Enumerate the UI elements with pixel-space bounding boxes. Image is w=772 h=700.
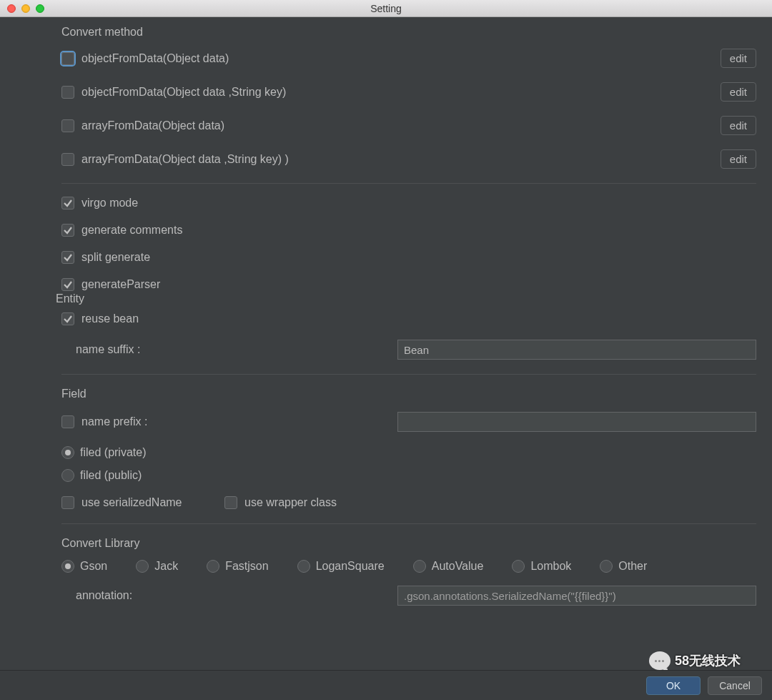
radio-jack[interactable] [136, 560, 149, 573]
library-radio-group: Gson Jack Fastjson LoganSquare AutoValue… [61, 560, 756, 573]
watermark: 58无线技术 [649, 651, 741, 670]
radio-label: Gson [80, 560, 107, 573]
checkbox-label: split generate [81, 251, 150, 264]
radio-autovalue[interactable] [413, 560, 426, 573]
edit-button[interactable]: edit [721, 116, 756, 135]
name-prefix-label: name prefix : [81, 415, 397, 428]
radio-label: filed (private) [80, 446, 146, 459]
radio-lombok[interactable] [512, 560, 525, 573]
titlebar: Setting [0, 0, 772, 17]
cancel-button[interactable]: Cancel [708, 676, 762, 695]
edit-button[interactable]: edit [721, 49, 756, 68]
checkbox-label: virgo mode [81, 197, 138, 209]
radio-label: Fastjson [225, 560, 268, 573]
annotation-label: annotation: [61, 589, 397, 602]
radio-label: Other [618, 560, 647, 573]
checkbox-use-serialized-name[interactable] [61, 496, 74, 509]
checkbox-label: use serializedName [81, 496, 224, 509]
radio-logansquare[interactable] [297, 560, 310, 573]
checkbox-name-prefix[interactable] [61, 415, 74, 428]
radio-label: LoganSquare [316, 560, 385, 573]
dialog-button-bar: OK Cancel [0, 670, 772, 700]
checkbox-label: arrayFromData(Object data) [81, 119, 224, 132]
radio-field-private[interactable] [61, 446, 74, 459]
radio-gson[interactable] [61, 560, 74, 573]
radio-label: AutoValue [432, 560, 484, 573]
checkbox-split-generate[interactable] [61, 251, 74, 264]
annotation-input[interactable] [397, 586, 756, 606]
entity-label: Entity [56, 292, 756, 305]
checkbox-label: objectFromData(Object data) [81, 52, 229, 65]
checkbox-generate-comments[interactable] [61, 224, 74, 237]
separator [61, 523, 756, 524]
checkbox-array-from-data-key[interactable] [61, 153, 74, 166]
checkbox-virgo-mode[interactable] [61, 197, 74, 209]
radio-label: Lombok [530, 560, 571, 573]
radio-label: Jack [154, 560, 178, 573]
radio-fastjson[interactable] [207, 560, 219, 573]
wechat-icon [649, 651, 670, 670]
checkbox-reuse-bean[interactable] [61, 312, 74, 325]
field-label: Field [61, 388, 756, 400]
edit-button[interactable]: edit [721, 149, 756, 169]
separator [61, 183, 756, 184]
checkbox-label: objectFromData(Object data ,String key) [81, 86, 286, 99]
ok-button[interactable]: OK [646, 676, 701, 695]
checkbox-label: arrayFromData(Object data ,String key) ) [81, 153, 289, 166]
checkbox-label: generate comments [81, 224, 182, 237]
separator [61, 374, 756, 375]
radio-label: filed (public) [80, 469, 142, 482]
checkbox-object-from-data[interactable] [61, 52, 74, 65]
checkbox-object-from-data-key[interactable] [61, 86, 74, 99]
checkbox-label: use wrapper class [244, 496, 337, 509]
name-suffix-label: name suffix : [61, 343, 397, 356]
checkbox-label: reuse bean [81, 312, 139, 325]
checkbox-generate-parser[interactable] [61, 278, 74, 291]
watermark-text: 58无线技术 [675, 652, 741, 669]
convert-method-label: Convert method [61, 26, 756, 39]
window-title: Setting [0, 3, 772, 14]
checkbox-label: generateParser [81, 278, 160, 291]
name-suffix-input[interactable] [397, 340, 756, 360]
radio-field-public[interactable] [61, 469, 74, 482]
edit-button[interactable]: edit [721, 82, 756, 102]
convert-library-label: Convert Library [61, 537, 756, 550]
checkbox-array-from-data[interactable] [61, 119, 74, 132]
radio-other[interactable] [600, 560, 613, 573]
name-prefix-input[interactable] [397, 412, 756, 432]
checkbox-use-wrapper-class[interactable] [224, 496, 237, 509]
